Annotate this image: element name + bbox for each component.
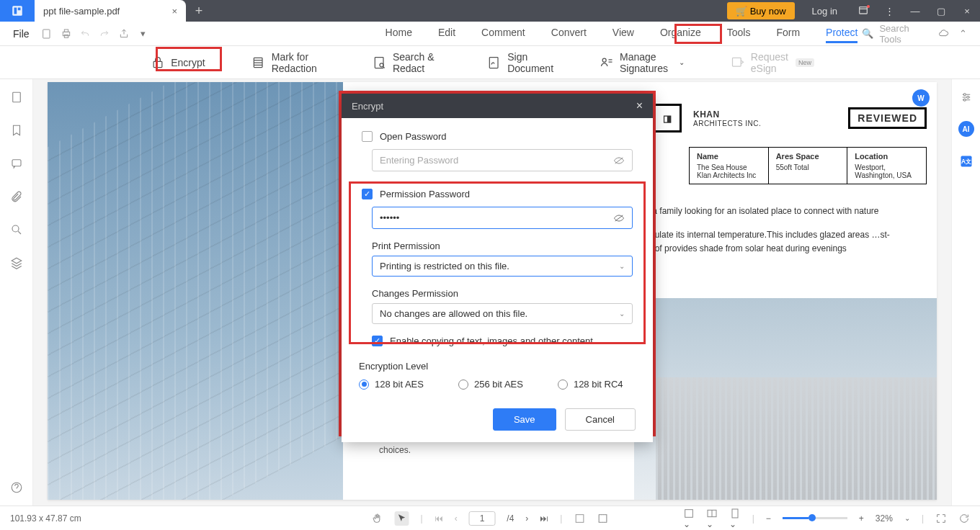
permission-password-checkbox[interactable]: ✓ — [362, 189, 373, 199]
menu-tools[interactable]: Tools — [727, 24, 751, 43]
svg-rect-8 — [153, 61, 162, 67]
search-tools[interactable]: 🔍 Search Tools — [862, 23, 919, 45]
redo-qa-icon[interactable] — [97, 24, 112, 43]
help-icon[interactable] — [10, 481, 23, 494]
enc-128-rc4-radio[interactable]: 128 bit RC4 — [558, 379, 623, 390]
next-page-icon[interactable]: › — [525, 513, 528, 524]
prev-page-icon[interactable]: ‹ — [455, 513, 458, 524]
main-menu-tabs: Home Edit Comment Convert View Organize … — [386, 24, 858, 43]
fullscreen-icon[interactable] — [935, 513, 947, 524]
attachments-icon[interactable] — [10, 190, 23, 203]
new-tab-button[interactable]: + — [186, 0, 212, 22]
document-tab[interactable]: ppt file-sample.pdf × — [35, 0, 186, 22]
search-redact-icon — [373, 55, 387, 70]
status-bar: 101.93 x 47.87 cm | ⏮ ‹ 1 /4 › ⏭ | ⌄ ⌄ ⌄… — [0, 506, 980, 530]
fit-page-icon[interactable] — [574, 513, 585, 524]
svg-rect-27 — [685, 509, 692, 517]
zoom-out-icon[interactable]: − — [766, 513, 771, 524]
cancel-button[interactable]: Cancel — [565, 408, 636, 431]
menu-comment[interactable]: Comment — [481, 24, 525, 43]
select-tool-icon[interactable] — [395, 511, 409, 526]
ai-assistant-icon[interactable]: AI — [958, 121, 974, 137]
encrypt-button[interactable]: Encrypt — [143, 51, 212, 74]
last-page-icon[interactable]: ⏭ — [540, 513, 548, 524]
page-input[interactable]: 1 — [469, 511, 496, 526]
open-password-input[interactable]: Entering Password — [372, 149, 633, 171]
notifications-icon[interactable] — [850, 0, 876, 22]
layers-icon[interactable] — [10, 256, 23, 269]
menu-form[interactable]: Form — [776, 24, 800, 43]
more-icon[interactable]: ⋮ — [876, 0, 902, 22]
svg-rect-6 — [64, 30, 68, 32]
cloud-icon[interactable] — [937, 28, 949, 40]
dialog-titlebar[interactable]: Encrypt × — [342, 94, 653, 118]
first-page-icon[interactable]: ⏮ — [435, 513, 443, 524]
encrypt-dialog: Encrypt × Open Password Entering Passwor… — [342, 94, 653, 442]
menu-convert[interactable]: Convert — [551, 24, 587, 43]
doc-header: ◨ KHAN ARCHITECTS INC. REVIEWED — [653, 104, 927, 132]
esign-icon — [731, 55, 745, 70]
zoom-slider[interactable] — [783, 517, 847, 519]
hand-tool-icon[interactable] — [372, 513, 383, 524]
khan-logo-icon: ◨ — [653, 104, 682, 132]
close-window-icon[interactable]: × — [954, 0, 980, 22]
buy-now-button[interactable]: 🛒 Buy now — [727, 2, 795, 19]
thumbnails-icon[interactable] — [10, 91, 23, 104]
reviewed-stamp: REVIEWED — [848, 107, 927, 129]
changes-permission-select[interactable]: No changes are allowed on this file. ⌄ — [372, 303, 633, 324]
request-esign-button[interactable]: Request eSign New — [723, 47, 821, 78]
fit-width-icon[interactable] — [597, 513, 608, 524]
view-mode-icon[interactable]: ⌄ — [683, 508, 695, 529]
manage-signatures-button[interactable]: Manage Signatures ⌄ — [592, 47, 692, 78]
menu-protect[interactable]: Protect — [826, 24, 858, 43]
menu-home[interactable]: Home — [386, 24, 412, 43]
sign-icon — [487, 55, 502, 70]
svg-rect-7 — [64, 35, 68, 37]
eye-icon[interactable] — [613, 156, 625, 165]
zoom-in-icon[interactable]: + — [859, 513, 864, 524]
undo-qa-icon[interactable] — [78, 24, 93, 43]
properties-icon[interactable] — [960, 91, 973, 104]
read-mode-icon[interactable]: ⌄ — [706, 508, 718, 529]
sign-document-button[interactable]: Sign Document — [480, 47, 561, 78]
zoom-value[interactable]: 32% — [876, 513, 893, 524]
mark-redaction-button[interactable]: Mark for Redaction — [244, 47, 334, 78]
bookmarks-icon[interactable] — [10, 124, 23, 137]
menubar: File ▾ Home Edit Comment Convert View Or… — [0, 22, 980, 46]
svg-rect-25 — [599, 514, 607, 522]
maximize-icon[interactable]: ▢ — [928, 0, 954, 22]
collapse-ribbon-icon[interactable]: ⌃ — [959, 28, 967, 40]
app-logo-icon[interactable] — [0, 0, 35, 22]
menu-edit[interactable]: Edit — [438, 24, 455, 43]
minimize-icon[interactable]: — — [902, 0, 928, 22]
search-panel-icon[interactable] — [10, 223, 23, 236]
customize-qa-icon[interactable]: ▾ — [135, 24, 151, 43]
save-button[interactable]: Save — [493, 408, 556, 431]
enc-256-aes-radio[interactable]: 256 bit AES — [458, 379, 523, 390]
menu-organize[interactable]: Organize — [660, 24, 701, 43]
reload-icon[interactable] — [958, 513, 970, 524]
save-qa-icon[interactable] — [40, 24, 55, 43]
eye-icon[interactable] — [613, 214, 625, 223]
comments-icon[interactable] — [10, 157, 23, 170]
doc-body-text: …n for a family looking for an isolated … — [624, 205, 927, 266]
right-sidebar: AI A文 — [951, 79, 980, 506]
print-permission-select[interactable]: Printing is restricted on this file. ⌄ — [372, 256, 633, 277]
share-qa-icon[interactable] — [116, 24, 131, 43]
zoom-chevron-icon[interactable]: ⌄ — [904, 514, 910, 522]
translate-icon[interactable]: A文 — [959, 154, 974, 169]
enable-copying-checkbox[interactable]: ✓ — [372, 336, 383, 346]
svg-point-21 — [963, 99, 966, 101]
file-menu[interactable]: File — [13, 28, 30, 40]
open-password-checkbox[interactable] — [362, 131, 373, 142]
enc-128-aes-radio[interactable]: 128 bit AES — [359, 379, 424, 390]
chevron-down-icon: ⌄ — [619, 310, 625, 318]
print-qa-icon[interactable] — [58, 24, 74, 43]
dialog-close-icon[interactable]: × — [636, 99, 643, 112]
search-redact-button[interactable]: Search & Redact — [365, 47, 448, 78]
login-button[interactable]: Log in — [799, 0, 850, 22]
close-tab-icon[interactable]: × — [172, 6, 177, 17]
menu-view[interactable]: View — [612, 24, 634, 43]
permission-password-input[interactable]: •••••• — [372, 207, 633, 229]
scroll-mode-icon[interactable]: ⌄ — [729, 508, 741, 529]
